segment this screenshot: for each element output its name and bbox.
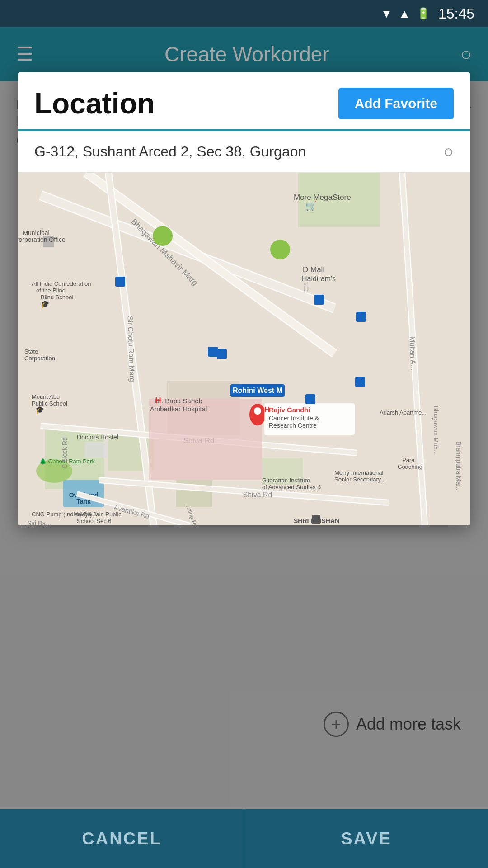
svg-text:Corporation Office: Corporation Office <box>18 236 66 243</box>
svg-text:Rajiv Gandhi: Rajiv Gandhi <box>269 406 310 414</box>
svg-text:Bhagawan Mah...: Bhagawan Mah... <box>432 406 440 455</box>
svg-text:Senior Secondary...: Senior Secondary... <box>334 476 385 483</box>
svg-rect-84 <box>314 295 324 305</box>
svg-text:Para: Para <box>402 457 415 463</box>
search-row: ○ <box>18 131 470 173</box>
status-bar: ▼ ▲ 🔋 15:45 <box>0 0 488 27</box>
svg-text:Merry International: Merry International <box>334 469 383 476</box>
svg-text:Brahmputra Mar...: Brahmputra Mar... <box>455 441 462 492</box>
svg-point-37 <box>254 407 261 415</box>
status-time: 15:45 <box>438 5 474 22</box>
svg-text:Cancer Institute &: Cancer Institute & <box>269 415 319 422</box>
svg-text:Shiva Rd: Shiva Rd <box>243 491 272 499</box>
battery-icon: 🔋 <box>417 7 430 20</box>
svg-text:Multan A...: Multan A... <box>408 336 418 371</box>
svg-rect-81 <box>217 349 227 359</box>
location-modal: Location Add Favorite ○ Over <box>18 72 470 525</box>
svg-text:Doctors Hostel: Doctors Hostel <box>77 434 118 441</box>
svg-text:of Advanced Studies &: of Advanced Studies & <box>262 484 321 491</box>
svg-text:D Mall: D Mall <box>303 265 324 274</box>
svg-text:School Sec 6: School Sec 6 <box>77 518 112 524</box>
svg-text:🎓: 🎓 <box>41 300 50 308</box>
svg-text:Research Centre: Research Centre <box>269 422 317 429</box>
svg-point-86 <box>153 226 173 246</box>
svg-text:Adarsh Apartme...: Adarsh Apartme... <box>380 409 427 416</box>
svg-rect-89 <box>312 515 320 524</box>
svg-text:Coaching: Coaching <box>398 463 422 470</box>
save-button[interactable]: SAVE <box>244 809 488 868</box>
svg-rect-85 <box>355 377 365 387</box>
svg-text:Sai Ba...: Sai Ba... <box>27 519 51 525</box>
svg-point-87 <box>270 240 290 259</box>
svg-text:🎓: 🎓 <box>35 406 44 414</box>
svg-text:Rohini West M: Rohini West M <box>233 387 282 394</box>
location-search-input[interactable] <box>34 143 434 160</box>
svg-text:Blind School: Blind School <box>41 294 73 301</box>
cancel-button[interactable]: CANCEL <box>0 809 244 868</box>
svg-text:H: H <box>155 396 161 405</box>
svg-text:Ambedkar Hospital: Ambedkar Hospital <box>150 405 207 413</box>
search-modal-icon[interactable]: ○ <box>443 142 454 161</box>
svg-text:Mount Abu: Mount Abu <box>32 393 60 400</box>
svg-text:🛒: 🛒 <box>305 200 317 211</box>
svg-text:Corporation: Corporation <box>24 355 55 362</box>
svg-text:Dr. Baba Saheb: Dr. Baba Saheb <box>155 397 202 405</box>
svg-text:Gitarattan Institute: Gitarattan Institute <box>262 477 310 484</box>
wifi-icon: ▼ <box>380 7 392 21</box>
modal-title: Location <box>34 87 155 120</box>
status-icons: ▼ ▲ 🔋 <box>380 7 430 21</box>
svg-rect-82 <box>356 312 366 322</box>
svg-text:of the Blind: of the Blind <box>36 287 66 294</box>
svg-text:H: H <box>264 406 270 414</box>
svg-text:More MegaStore: More MegaStore <box>294 193 351 202</box>
signal-icon: ▲ <box>399 7 410 21</box>
svg-text:Vidya Jain Public: Vidya Jain Public <box>77 511 122 518</box>
svg-text:🍴: 🍴 <box>301 281 312 292</box>
svg-text:All India Confederation: All India Confederation <box>32 280 91 287</box>
svg-rect-83 <box>305 394 315 404</box>
svg-rect-80 <box>208 347 218 357</box>
svg-rect-60 <box>85 442 108 458</box>
modal-overlay: Location Add Favorite ○ Over <box>0 27 488 809</box>
svg-rect-79 <box>115 277 125 287</box>
svg-text:C Block Rd: C Block Rd <box>61 437 68 469</box>
svg-text:Municipal: Municipal <box>23 229 49 236</box>
svg-text:State: State <box>24 348 38 355</box>
add-favorite-button[interactable]: Add Favorite <box>338 88 454 119</box>
map-container[interactable]: Overhead Tank Bhagawan Mahavir Marg Sir … <box>18 173 470 525</box>
bottom-bar: CANCEL SAVE <box>0 809 488 868</box>
modal-header: Location Add Favorite <box>18 72 470 120</box>
